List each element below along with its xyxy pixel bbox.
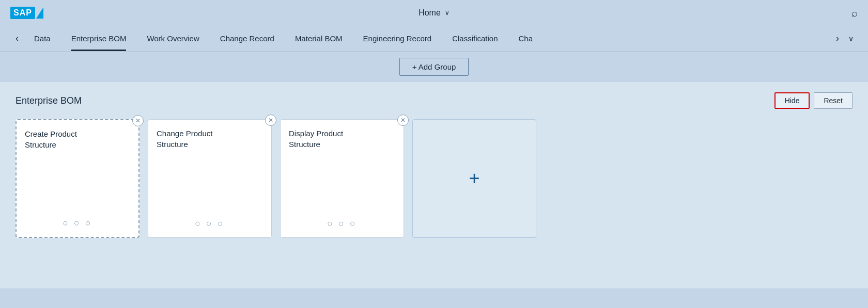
hide-button[interactable]: Hide [774,92,810,109]
nav-tabs: Data Enterprise BOM Work Overview Change… [24,26,831,51]
add-group-button[interactable]: + Add Group [399,58,469,76]
tab-classification[interactable]: Classification [442,26,508,51]
tab-enterprise-bom[interactable]: Enterprise BOM [61,26,137,51]
nav-prev-arrow[interactable]: ‹ [10,33,24,44]
sap-logo[interactable]: SAP [10,7,43,19]
card-close-button-2[interactable]: ✕ [265,115,276,126]
card-dots-3[interactable]: ○ ○ ○ [289,218,395,229]
sap-logo-text: SAP [10,7,35,19]
nav-expand-icon[interactable]: ∨ [844,35,858,43]
sap-logo-triangle [36,7,43,19]
home-label: Home [419,8,441,18]
tab-change-record[interactable]: Change Record [210,26,285,51]
search-icon[interactable]: ⌕ [851,7,858,19]
tab-engineering-record[interactable]: Engineering Record [353,26,442,51]
card-title-2: Change ProductStructure [157,128,263,150]
tab-work-overview[interactable]: Work Overview [136,26,209,51]
reset-button[interactable]: Reset [814,92,853,109]
app-header: SAP Home ∨ ⌕ [0,0,868,26]
section-title: Enterprise BOM [16,95,82,106]
tab-material-bom[interactable]: Material BOM [285,26,353,51]
cards-container: ✕ Create ProductStructure ○ ○ ○ ✕ Change… [16,119,853,238]
card-display-product-structure: ✕ Display ProductStructure ○ ○ ○ [280,119,404,238]
section-actions: Hide Reset [774,92,853,109]
card-dots-2[interactable]: ○ ○ ○ [157,218,263,229]
home-dropdown-icon: ∨ [445,9,450,17]
nav-bar: ‹ Data Enterprise BOM Work Overview Chan… [0,26,868,52]
home-nav[interactable]: Home ∨ [419,8,450,18]
tab-cha[interactable]: Cha [508,26,544,51]
main-content: Enterprise BOM Hide Reset ✕ Create Produ… [0,82,868,288]
section-header: Enterprise BOM Hide Reset [16,92,853,109]
card-change-product-structure: ✕ Change ProductStructure ○ ○ ○ [148,119,272,238]
card-close-button-3[interactable]: ✕ [397,115,409,126]
card-create-product-structure: ✕ Create ProductStructure ○ ○ ○ [16,119,140,238]
add-card-button[interactable]: + [412,119,536,238]
add-group-bar: + Add Group [0,52,868,82]
nav-next-arrow[interactable]: › [831,33,844,44]
card-title-3: Display ProductStructure [289,128,395,150]
add-card-plus-icon: + [469,168,479,189]
card-title-1: Create ProductStructure [25,128,130,150]
tab-data[interactable]: Data [24,26,61,51]
card-dots-1[interactable]: ○ ○ ○ [25,218,130,229]
card-close-button-1[interactable]: ✕ [132,115,144,126]
